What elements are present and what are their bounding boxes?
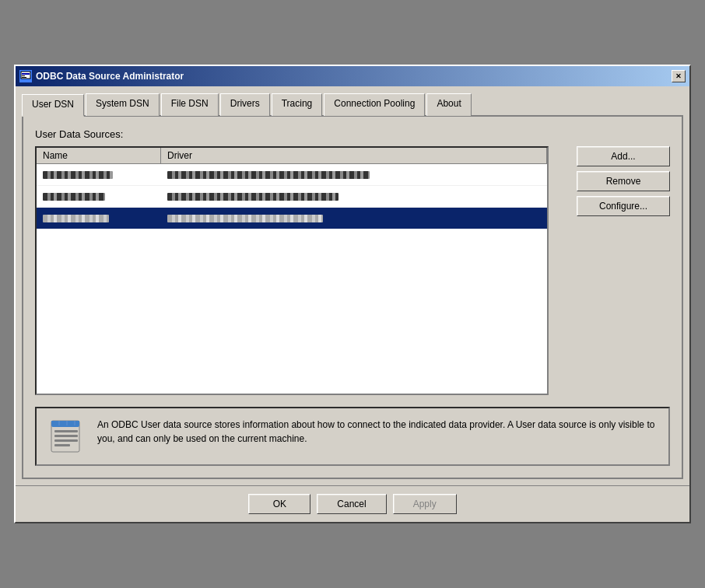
table-row[interactable] xyxy=(37,208,547,229)
cell-name-1 xyxy=(37,167,161,183)
tab-about[interactable]: About xyxy=(426,93,471,116)
cell-name-2 xyxy=(37,189,161,205)
svg-rect-8 xyxy=(54,435,78,437)
table-row[interactable] xyxy=(37,164,547,186)
svg-rect-2 xyxy=(22,75,25,76)
datasource-table[interactable]: Name Driver xyxy=(35,146,549,395)
redacted-driver-3 xyxy=(167,215,323,222)
svg-rect-3 xyxy=(22,77,26,78)
col-header-name: Name xyxy=(37,148,161,163)
window-body: User DSN System DSN File DSN Drivers Tra… xyxy=(16,86,689,485)
apply-button[interactable]: Apply xyxy=(393,494,457,514)
tab-drivers[interactable]: Drivers xyxy=(220,93,270,116)
info-box: An ODBC User data source stores informat… xyxy=(35,407,670,466)
redacted-driver-1 xyxy=(167,171,370,179)
svg-rect-1 xyxy=(22,73,30,75)
svg-rect-9 xyxy=(54,439,78,442)
col-header-driver: Driver xyxy=(161,148,547,163)
tab-strip: User DSN System DSN File DSN Drivers Tra… xyxy=(22,93,683,117)
tab-connection-pooling[interactable]: Connection Pooling xyxy=(324,93,425,116)
window-title: ODBC Data Source Administrator xyxy=(36,71,184,82)
cell-driver-1 xyxy=(161,167,547,183)
right-buttons: Add... Remove Configure... xyxy=(569,146,670,216)
redacted-name-2 xyxy=(43,193,105,201)
info-description: An ODBC User data source stores informat… xyxy=(97,418,657,446)
title-controls: ✕ xyxy=(672,70,686,82)
svg-rect-7 xyxy=(54,430,78,432)
cell-driver-2 xyxy=(161,189,547,205)
tab-file-dsn[interactable]: File DSN xyxy=(161,93,219,116)
remove-button[interactable]: Remove xyxy=(577,171,670,191)
section-label: User Data Sources: xyxy=(35,128,670,140)
table-row[interactable] xyxy=(37,186,547,208)
tab-tracing[interactable]: Tracing xyxy=(272,93,323,116)
table-header: Name Driver xyxy=(37,148,547,164)
main-window: ODBC Data Source Administrator ✕ User DS… xyxy=(14,65,691,523)
info-icon xyxy=(48,418,86,455)
tab-user-dsn[interactable]: User DSN xyxy=(22,94,84,117)
redacted-name-3 xyxy=(43,215,109,222)
content-panel: User Data Sources: Name Driver xyxy=(22,117,683,479)
svg-rect-6 xyxy=(51,421,79,425)
svg-rect-10 xyxy=(54,444,70,446)
main-content-area: Name Driver xyxy=(35,146,670,395)
cancel-button[interactable]: Cancel xyxy=(317,494,386,514)
table-body xyxy=(37,164,547,229)
redacted-name-1 xyxy=(43,171,113,179)
close-button[interactable]: ✕ xyxy=(672,70,686,82)
redacted-driver-2 xyxy=(167,193,338,201)
window-icon xyxy=(19,70,32,82)
bottom-bar: OK Cancel Apply xyxy=(16,485,689,522)
cell-driver-3 xyxy=(161,211,547,226)
title-bar-left: ODBC Data Source Administrator xyxy=(19,70,184,82)
cell-name-3 xyxy=(37,211,161,226)
tab-system-dsn[interactable]: System DSN xyxy=(86,93,160,116)
title-bar: ODBC Data Source Administrator ✕ xyxy=(16,66,689,86)
ok-button[interactable]: OK xyxy=(248,494,310,514)
configure-button[interactable]: Configure... xyxy=(577,196,670,216)
add-button[interactable]: Add... xyxy=(577,146,670,166)
